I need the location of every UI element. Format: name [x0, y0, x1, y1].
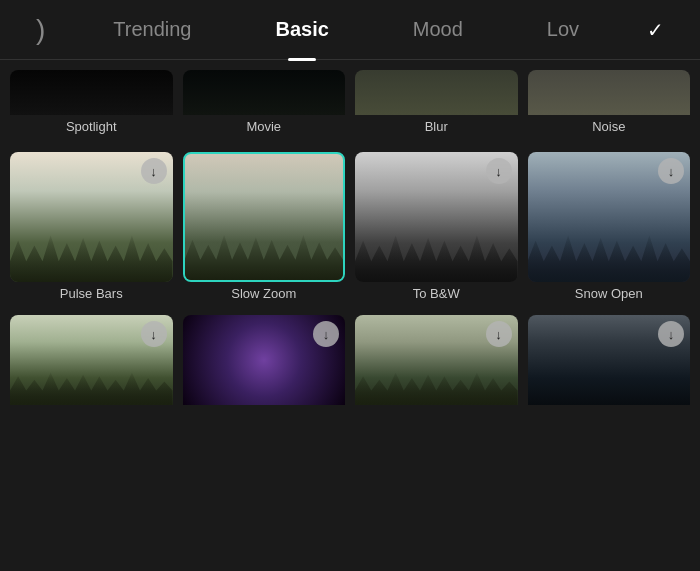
check-icon[interactable]: ✓: [647, 18, 664, 42]
label-pulse-bars: Pulse Bars: [10, 286, 173, 301]
label-spotlight: Spotlight: [10, 119, 173, 134]
tree-overlay-sz: [185, 230, 344, 280]
partial-thumb-noise: [528, 70, 691, 115]
label-blur: Blur: [355, 119, 518, 134]
back-arrow[interactable]: ): [36, 14, 45, 46]
download-badge-r3a[interactable]: ↓: [141, 321, 167, 347]
row2-thumbnails: ↓ ↓ ↓: [0, 152, 700, 282]
partial-thumb-blur: [355, 70, 518, 115]
tab-trending[interactable]: Trending: [97, 8, 207, 51]
partial-thumb-movie: [183, 70, 346, 115]
download-badge-r3b[interactable]: ↓: [313, 321, 339, 347]
tab-bar: ) Trending Basic Mood Lov ✓: [0, 0, 700, 60]
thumb-row3a[interactable]: ↓: [10, 315, 173, 405]
download-badge-r3d[interactable]: ↓: [658, 321, 684, 347]
row1-labels: Spotlight Movie Blur Noise: [0, 115, 700, 142]
tree-overlay-snow: [528, 230, 691, 282]
partial-thumb-spotlight: [10, 70, 173, 115]
download-badge-snow[interactable]: ↓: [658, 158, 684, 184]
thumb-row3b[interactable]: ↓: [183, 315, 346, 405]
top-partial-row: [0, 70, 700, 115]
row2-labels: Pulse Bars Slow Zoom To B&W Snow Open: [0, 282, 700, 305]
download-badge-bw[interactable]: ↓: [486, 158, 512, 184]
tree-overlay-r3c: [355, 369, 518, 405]
download-badge-pulse-bars[interactable]: ↓: [141, 158, 167, 184]
thumb-snow-open[interactable]: ↓: [528, 152, 691, 282]
label-to-bw: To B&W: [355, 286, 518, 301]
label-snow-open: Snow Open: [528, 286, 691, 301]
thumb-row3d[interactable]: ↓: [528, 315, 691, 405]
label-slow-zoom: Slow Zoom: [183, 286, 346, 301]
tree-overlay-r3a: [10, 369, 173, 405]
tab-love[interactable]: Lov: [531, 8, 595, 51]
download-badge-r3c[interactable]: ↓: [486, 321, 512, 347]
tree-overlay: [10, 230, 173, 282]
label-movie: Movie: [183, 119, 346, 134]
row3-thumbnails: ↓ ↓ ↓ ↓: [0, 315, 700, 405]
thumb-row3c[interactable]: ↓: [355, 315, 518, 405]
tab-basic[interactable]: Basic: [259, 8, 344, 51]
thumb-to-bw[interactable]: ↓: [355, 152, 518, 282]
thumb-slow-zoom[interactable]: [183, 152, 346, 282]
label-noise: Noise: [528, 119, 691, 134]
tab-mood[interactable]: Mood: [397, 8, 479, 51]
tree-overlay-bw: [355, 230, 518, 282]
thumb-pulse-bars[interactable]: ↓: [10, 152, 173, 282]
